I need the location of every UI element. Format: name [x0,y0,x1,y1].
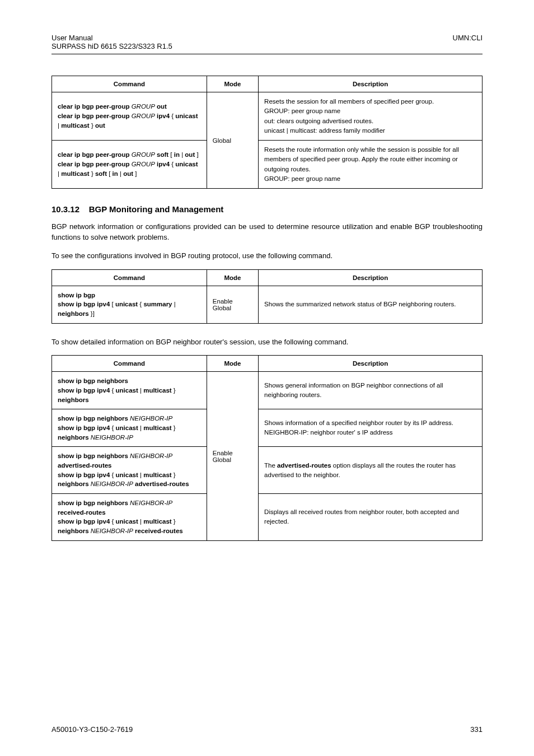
table-row: show ip bgpshow ip bgp ipv4 [ unicast { … [52,286,483,323]
th-mode: Mode [207,356,258,372]
desc-cell: Resets the session for all members of sp… [259,92,483,141]
th-mode: Mode [207,76,258,92]
table-header-row: Command Mode Description [52,269,483,286]
table-row: show ip bgp neighbors NEIGHBOR-IP advert… [52,447,483,494]
footer-right: 331 [470,725,483,734]
table-row: show ip bgp neighborsshow ip bgp ipv4 { … [52,372,483,409]
footer-left: A50010-Y3-C150-2-7619 [51,725,133,734]
table-row: clear ip bgp peer-group GROUP soft [ in … [52,141,483,189]
th-command: Command [52,76,207,92]
th-description: Description [259,356,483,372]
th-command: Command [52,269,207,286]
table-header-row: Command Mode Description [52,356,483,372]
section-title: BGP Monitoring and Management [89,204,224,214]
cmd-cell: show ip bgp neighbors NEIGHBOR-IPshow ip… [52,409,207,447]
cmd-cell: clear ip bgp peer-group GROUP soft [ in … [52,141,207,189]
mode-cell: Global [207,92,258,189]
section-para-2: To see the configurations involved in BG… [51,251,483,262]
command-table-3: Command Mode Description show ip bgp nei… [51,355,483,540]
page-footer: A50010-Y3-C150-2-7619 331 [51,725,483,734]
desc-cell: Resets the route information only while … [259,141,483,189]
cmd-cell: show ip bgp neighbors NEIGHBOR-IP advert… [52,447,207,494]
cmd-cell: show ip bgp neighbors NEIGHBOR-IP receiv… [52,494,207,541]
section-number: 10.3.12 [51,204,79,214]
th-description: Description [259,76,483,92]
th-description: Description [259,269,483,286]
command-table-1: Command Mode Description clear ip bgp pe… [51,76,483,189]
th-mode: Mode [207,269,258,286]
table-row: show ip bgp neighbors NEIGHBOR-IP receiv… [52,494,483,541]
table-header-row: Command Mode Description [52,76,483,92]
cmd-cell: clear ip bgp peer-group GROUP outclear i… [52,92,207,141]
mode-cell: EnableGlobal [207,286,258,323]
table-row: show ip bgp neighbors NEIGHBOR-IPshow ip… [52,409,483,447]
desc-cell: The advertised-routes option displays al… [259,447,483,494]
section-heading: 10.3.12 BGP Monitoring and Management [51,204,483,214]
mode-cell: EnableGlobal [207,372,258,540]
section-para-1: BGP network information or configuration… [51,222,483,243]
manual-title: User Manual [51,34,172,42]
header-right: UMN:CLI [453,34,483,50]
th-command: Command [52,356,207,372]
cmd-cell: show ip bgpshow ip bgp ipv4 [ unicast { … [52,286,207,323]
desc-cell: Shows the summarized network status of B… [259,286,483,323]
command-table-2: Command Mode Description show ip bgpshow… [51,269,483,324]
product-line: SURPASS hiD 6615 S223/S323 R1.5 [51,42,172,50]
desc-cell: Shows information of a specified neighbo… [259,409,483,447]
header-rule [51,54,483,54]
page-header: User Manual SURPASS hiD 6615 S223/S323 R… [51,34,483,50]
cmd-cell: show ip bgp neighborsshow ip bgp ipv4 { … [52,372,207,409]
desc-cell: Displays all received routes from neighb… [259,494,483,541]
desc-cell: Shows general information on BGP neighbo… [259,372,483,409]
table-row: clear ip bgp peer-group GROUP outclear i… [52,92,483,141]
between-para: To show detailed information on BGP neig… [51,337,483,348]
header-left: User Manual SURPASS hiD 6615 S223/S323 R… [51,34,172,50]
